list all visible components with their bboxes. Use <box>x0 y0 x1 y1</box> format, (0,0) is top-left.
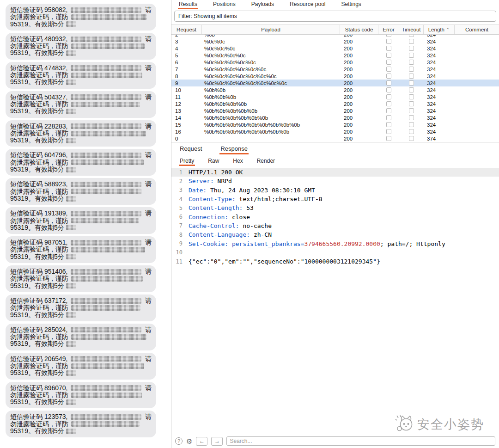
sms-validity-text: 95319。有效期5分 <box>10 253 64 260</box>
error-checkbox[interactable] <box>386 101 391 106</box>
results-row[interactable]: 10%0b%0b200324 <box>171 86 499 93</box>
error-checkbox[interactable] <box>386 108 391 113</box>
cell-comment <box>455 52 499 59</box>
tab-hex[interactable]: Hex <box>232 155 243 167</box>
results-row[interactable]: 9%0c%0c%0c%0c%0c%0c%0c%0c200324 <box>171 80 499 86</box>
timeout-checkbox[interactable] <box>409 136 414 141</box>
error-checkbox[interactable] <box>386 67 391 72</box>
redacted-region <box>66 312 76 318</box>
tab-pretty[interactable]: Pretty <box>179 155 195 167</box>
cell-payload: %0b%0b%0b%0b%0b%0b%0b%0b <box>202 128 340 135</box>
burp-intruder-panel: ResultsPositionsPayloadsResource poolSet… <box>171 0 499 448</box>
timeout-checkbox[interactable] <box>409 87 414 92</box>
response-line-text: Set-Cookie: persistent_pbankras=37946655… <box>185 240 445 247</box>
results-row[interactable]: 11%0b%0b%0b200324 <box>171 93 499 100</box>
timeout-checkbox[interactable] <box>409 115 414 120</box>
results-row[interactable]: 6%0c%0c%0c%0c%0c200324 <box>171 59 499 66</box>
cell-status-code: 200 <box>340 121 378 128</box>
response-line-text: Server: NRPd <box>185 178 232 184</box>
results-row[interactable]: 7%0c%0c%0c%0c%0c%0c200324 <box>171 66 499 73</box>
timeout-checkbox[interactable] <box>409 94 414 99</box>
results-row[interactable]: 16%0b%0b%0b%0b%0b%0b%0b%0b200324 <box>171 128 499 135</box>
redacted-region <box>71 334 146 340</box>
column-header-request[interactable]: Request <box>171 25 202 34</box>
timeout-checkbox[interactable] <box>409 108 414 113</box>
tab-render[interactable]: Render <box>256 155 276 167</box>
tab-results[interactable]: Results <box>178 0 198 9</box>
column-header-label: Length <box>428 27 444 32</box>
error-checkbox[interactable] <box>386 46 391 51</box>
timeout-checkbox[interactable] <box>409 60 414 65</box>
results-row[interactable]: 5%0c%0c%0c%0c200324 <box>171 52 499 59</box>
tab-response[interactable]: Response <box>219 142 249 155</box>
search-forward-button[interactable]: → <box>211 437 223 446</box>
cell-timeout <box>399 52 424 59</box>
error-checkbox[interactable] <box>386 122 391 127</box>
results-row[interactable]: 12%0b%0b%0b%0b200324 <box>171 100 499 107</box>
redacted-region <box>66 254 76 259</box>
response-line: 3Date: Thu, 24 Aug 2023 08:30:10 GMT <box>171 186 499 195</box>
sms-warning-text: 勿泄露验证码，谨防 <box>10 246 68 253</box>
results-row[interactable]: 8%0c%0c%0c%0c%0c%0c%0c200324 <box>171 73 499 80</box>
error-checkbox[interactable] <box>386 87 391 92</box>
sms-code-text: 短信验证码 604796, <box>10 152 68 159</box>
sms-warning-text: 勿泄露验证码，谨防 <box>10 101 68 108</box>
sms-validity-text: 95319。有效期5分 <box>10 137 64 144</box>
response-line-text: Content-Length: 53 <box>185 204 254 211</box>
column-header-comment[interactable]: Comment <box>455 25 499 34</box>
error-checkbox[interactable] <box>386 35 391 37</box>
help-icon[interactable]: ? <box>175 437 183 445</box>
cell-payload: %0c%0c%0c%0c <box>202 52 340 59</box>
cell-timeout <box>399 59 424 66</box>
results-row[interactable]: 4%0c%0c%0c200324 <box>171 45 499 52</box>
timeout-checkbox[interactable] <box>409 53 414 58</box>
error-checkbox[interactable] <box>386 115 391 120</box>
tab-raw[interactable]: Raw <box>207 155 220 167</box>
results-row[interactable]: 3%0c%0c200324 <box>171 38 499 45</box>
search-input[interactable] <box>226 436 495 446</box>
tab-positions[interactable]: Positions <box>212 0 237 9</box>
error-checkbox[interactable] <box>386 80 391 86</box>
cell-status-code: 200 <box>340 135 378 142</box>
column-header-error[interactable]: Error <box>378 25 399 34</box>
column-header-timeout[interactable]: Timeout <box>399 25 424 34</box>
error-checkbox[interactable] <box>386 53 391 58</box>
redacted-region <box>71 7 142 13</box>
results-row[interactable]: 13%0b%0b%0b%0b%0b200324 <box>171 107 499 114</box>
timeout-checkbox[interactable] <box>409 129 414 134</box>
timeout-checkbox[interactable] <box>409 39 414 44</box>
cell-error <box>378 80 399 86</box>
filter-bar[interactable]: Filter: Showing all items <box>174 11 496 22</box>
error-checkbox[interactable] <box>386 136 391 141</box>
tab-payloads[interactable]: Payloads <box>250 0 275 9</box>
column-header-label: Timeout <box>402 27 420 32</box>
tab-resource-pool[interactable]: Resource pool <box>289 0 326 9</box>
timeout-checkbox[interactable] <box>409 46 414 51</box>
sms-line-1-tail: 请 <box>145 210 152 217</box>
timeout-checkbox[interactable] <box>409 80 414 86</box>
tab-request[interactable]: Request <box>179 142 203 155</box>
error-checkbox[interactable] <box>386 94 391 99</box>
results-row[interactable]: 0200374 <box>171 135 499 142</box>
line-number: 11 <box>171 258 185 265</box>
column-header-status-code[interactable]: Status code <box>340 25 378 34</box>
gear-icon[interactable]: ⚙ <box>186 438 192 445</box>
tab-settings[interactable]: Settings <box>340 0 362 9</box>
redacted-region <box>66 167 76 172</box>
column-header-payload[interactable]: Payload <box>202 25 340 34</box>
timeout-checkbox[interactable] <box>409 67 414 72</box>
timeout-checkbox[interactable] <box>409 35 414 37</box>
timeout-checkbox[interactable] <box>409 122 414 127</box>
error-checkbox[interactable] <box>386 60 391 65</box>
error-checkbox[interactable] <box>386 74 391 79</box>
results-row[interactable]: 15%0b%0b%0b%0b%0b%0b%0b%0b%0b200324 <box>171 121 499 128</box>
sms-warning-text: 勿泄露验证码，谨防 <box>10 159 68 166</box>
timeout-checkbox[interactable] <box>409 74 414 79</box>
error-checkbox[interactable] <box>386 39 391 44</box>
results-row[interactable]: 14%0b%0b%0b%0b%0b%0b200324 <box>171 114 499 121</box>
search-back-button[interactable]: ← <box>196 437 207 446</box>
results-row[interactable]: 2%0b200324 <box>171 35 499 38</box>
timeout-checkbox[interactable] <box>409 101 414 106</box>
column-header-length[interactable]: Length⌃ <box>424 25 455 34</box>
error-checkbox[interactable] <box>386 129 391 134</box>
